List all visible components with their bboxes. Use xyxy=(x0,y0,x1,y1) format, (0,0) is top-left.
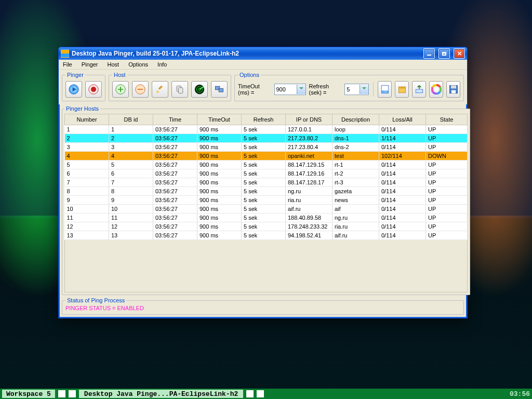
table-row[interactable]: 121203:56:27900 ms5 sek178.248.233.32ria… xyxy=(65,222,468,231)
maximize-button[interactable] xyxy=(438,48,450,59)
table-cell: gazeta xyxy=(332,187,379,196)
minimize-button[interactable] xyxy=(423,48,435,59)
close-button[interactable]: ✕ xyxy=(454,48,465,59)
table-cell: 900 ms xyxy=(197,187,242,196)
table-row[interactable]: 111103:56:27900 ms5 sek188.40.89.58ng.ru… xyxy=(65,214,468,222)
copy-host-button[interactable] xyxy=(171,81,188,98)
refresh-input[interactable] xyxy=(345,85,360,94)
add-host-button[interactable] xyxy=(112,81,129,98)
table-row[interactable]: 3303:56:27900 ms5 sek217.23.80.4dns-20/1… xyxy=(65,143,468,152)
table-cell: 178.248.233.32 xyxy=(286,222,332,231)
table-cell: 88.147.129.15 xyxy=(286,161,332,169)
menu-host[interactable]: Host xyxy=(107,61,121,68)
table-cell: test xyxy=(332,152,379,161)
table-cell: 03:56:27 xyxy=(153,161,197,169)
refresh-combo[interactable] xyxy=(344,84,369,95)
menubar: File Pinger Host Options Info xyxy=(59,60,467,70)
menu-pinger[interactable]: Pinger xyxy=(81,61,99,68)
table-cell: UP xyxy=(426,196,468,205)
log-button[interactable]: LOG xyxy=(378,81,392,98)
svg-rect-21 xyxy=(451,86,456,89)
refresh-label: Refresh (sek) = xyxy=(309,83,342,96)
table-cell: 11 xyxy=(109,214,153,222)
timeout-input[interactable] xyxy=(275,85,297,94)
column-header[interactable]: TimeOut xyxy=(197,114,242,125)
pinger-hosts-group: Pinger Hosts NumberDB idTimeTimeOutRefre… xyxy=(62,105,470,295)
column-header[interactable]: DB id xyxy=(109,114,153,125)
table-section: Pinger Hosts NumberDB idTimeTimeOutRefre… xyxy=(62,105,464,295)
table-cell: 0/114 xyxy=(379,205,426,214)
table-cell: 5 sek xyxy=(242,161,286,169)
save-button[interactable] xyxy=(446,81,460,98)
settings-button[interactable] xyxy=(429,81,443,98)
column-header[interactable]: Refresh xyxy=(242,114,286,125)
table-cell: 12 xyxy=(109,222,153,231)
table-empty-area xyxy=(64,240,468,292)
table-row[interactable]: 6603:56:27900 ms5 sek88.147.129.16rt-20/… xyxy=(65,169,468,178)
taskbar[interactable]: Workspace 5 Desktop Java Pinge...PA-Ecli… xyxy=(0,389,532,399)
table-cell: 03:56:27 xyxy=(153,178,197,187)
table-row[interactable]: 9903:56:27900 ms5 sekria.runews0/114UP xyxy=(65,196,468,205)
table-cell: 13 xyxy=(65,231,109,240)
table-row[interactable]: 7703:56:27900 ms5 sek88.147.128.17rt-30/… xyxy=(65,178,468,187)
table-cell: 7 xyxy=(65,178,109,187)
table-row[interactable]: 8803:56:27900 ms5 sekng.rugazeta0/114UP xyxy=(65,187,468,196)
table-cell: 900 ms xyxy=(197,134,242,143)
table-row[interactable]: 131303:56:27900 ms5 sek94.198.52.41aif.r… xyxy=(65,231,468,240)
copy-icon xyxy=(175,84,185,95)
taskbar-clock: 03:56 xyxy=(510,390,530,398)
timeout-combo[interactable] xyxy=(274,84,306,95)
table-cell: 03:56:27 xyxy=(153,205,197,214)
play-button[interactable] xyxy=(65,81,82,98)
table-cell: 6 xyxy=(65,169,109,178)
menu-file[interactable]: File xyxy=(62,61,73,68)
column-header[interactable]: IP or DNS xyxy=(286,114,332,125)
radar-button[interactable] xyxy=(191,81,208,98)
table-row[interactable]: 4403:56:27900 ms5 sekopanki.nettest102/1… xyxy=(65,152,468,161)
svg-rect-5 xyxy=(138,89,143,90)
app-icon xyxy=(61,49,69,58)
archive-button[interactable] xyxy=(395,81,409,98)
table-cell: 03:56:27 xyxy=(153,196,197,205)
menu-options[interactable]: Options xyxy=(127,61,149,68)
workspace-button[interactable]: Workspace 5 xyxy=(2,390,55,398)
hosts-list-button[interactable] xyxy=(211,81,228,98)
table-row[interactable]: 101003:56:27900 ms5 sekaif.ruaif0/114UP xyxy=(65,205,468,214)
table-cell: 11 xyxy=(65,214,109,222)
column-header[interactable]: Description xyxy=(332,114,379,125)
column-header[interactable]: Loss/All xyxy=(379,114,426,125)
table-cell: 03:56:27 xyxy=(153,125,197,134)
table-cell: 5 sek xyxy=(242,169,286,178)
taskbar-app[interactable]: Desktop Java Pinge...PA-EclipseLink-h2 xyxy=(79,390,243,398)
table-cell: 03:56:27 xyxy=(153,214,197,222)
column-header[interactable]: Number xyxy=(65,114,109,125)
table-cell: 900 ms xyxy=(197,222,242,231)
table-row[interactable]: 2203:56:27900 ms5 sek217.23.80.2dns-11/1… xyxy=(65,134,468,143)
record-button[interactable] xyxy=(85,81,102,98)
group-options-legend: Options xyxy=(238,72,261,78)
table-cell: 1 xyxy=(109,125,153,134)
column-header[interactable]: Time xyxy=(153,114,197,125)
window-title: Desktop Java Pinger, build 25-01-17, JPA… xyxy=(72,50,239,57)
table-cell: 0/114 xyxy=(379,222,426,231)
chevron-down-icon[interactable] xyxy=(360,85,368,94)
table-cell: 0/114 xyxy=(379,161,426,169)
group-host-legend: Host xyxy=(112,72,127,78)
titlebar[interactable]: Desktop Java Pinger, build 25-01-17, JPA… xyxy=(59,47,467,60)
column-header[interactable]: State xyxy=(426,114,468,125)
table-cell: 900 ms xyxy=(197,125,242,134)
export-button[interactable] xyxy=(412,81,426,98)
table-cell: 900 ms xyxy=(197,231,242,240)
menu-info[interactable]: Info xyxy=(156,61,168,68)
hosts-table[interactable]: NumberDB idTimeTimeOutRefreshIP or DNSDe… xyxy=(64,114,468,240)
chevron-down-icon[interactable] xyxy=(297,85,305,94)
table-cell: 102/114 xyxy=(379,152,426,161)
table-row[interactable]: 1103:56:27900 ms5 sek127.0.0.1loop0/114U… xyxy=(65,125,468,134)
play-icon xyxy=(69,84,79,95)
remove-host-button[interactable] xyxy=(132,81,149,98)
clear-hosts-button[interactable] xyxy=(152,81,168,98)
table-cell: 900 ms xyxy=(197,214,242,222)
table-row[interactable]: 5503:56:27900 ms5 sek88.147.129.15rt-10/… xyxy=(65,161,468,169)
plus-icon xyxy=(115,84,126,95)
table-cell: 12 xyxy=(65,222,109,231)
